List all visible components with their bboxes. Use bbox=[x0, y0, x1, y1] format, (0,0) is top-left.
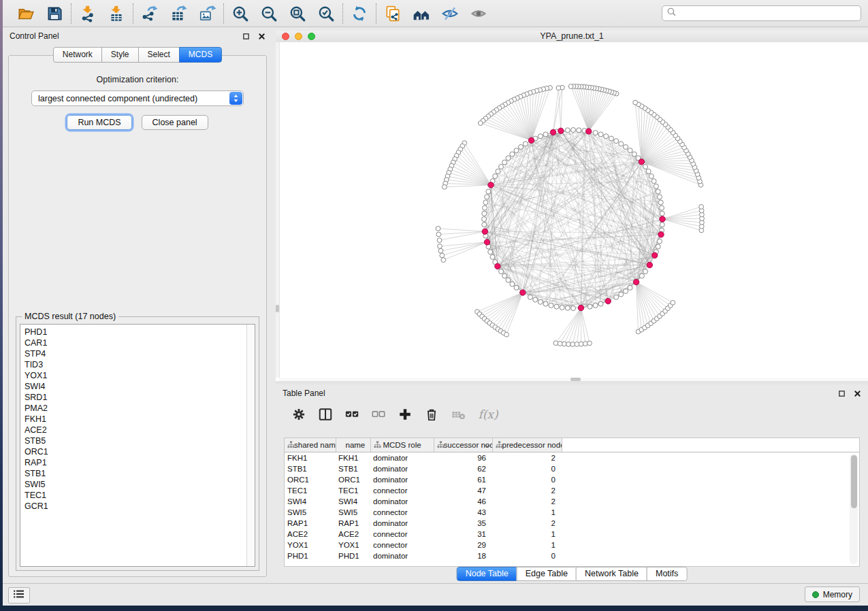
tab-style[interactable]: Style bbox=[101, 47, 139, 63]
zoom-in-button[interactable] bbox=[230, 3, 251, 24]
column-header-predecessor-nodes[interactable]: predecessor nodes bbox=[492, 438, 562, 452]
table-row[interactable]: PHD1PHD1dominator180 bbox=[285, 550, 859, 561]
mcds-list-scrollbar[interactable] bbox=[246, 325, 255, 566]
export-image-button[interactable] bbox=[197, 3, 217, 24]
table-row[interactable]: ORC1ORC1dominator610 bbox=[285, 474, 859, 485]
zoom-out-button[interactable] bbox=[259, 3, 279, 24]
mcds-result-item[interactable]: FKH1 bbox=[20, 414, 246, 425]
table-row[interactable]: YOX1YOX1connector291 bbox=[285, 540, 859, 550]
mcds-result-item[interactable]: ACE2 bbox=[20, 425, 246, 435]
network-window: YPA_prune.txt_1 bbox=[276, 31, 868, 381]
tab-select[interactable]: Select bbox=[138, 47, 180, 63]
mcds-result-item[interactable]: STP4 bbox=[20, 348, 246, 359]
split-columns-icon bbox=[318, 407, 333, 422]
node-table: shared namenameMCDS rolesuccessor nodesp… bbox=[284, 437, 860, 567]
table-scrollbar[interactable] bbox=[850, 454, 858, 564]
delete-table-button[interactable] bbox=[449, 405, 468, 424]
mcds-result-item[interactable]: RAP1 bbox=[20, 457, 246, 468]
run-mcds-button[interactable]: Run MCDS bbox=[67, 115, 131, 130]
tab-network[interactable]: Network bbox=[53, 47, 102, 63]
memory-button[interactable]: Memory bbox=[805, 587, 860, 602]
column-header-successor-nodes[interactable]: successor nodes bbox=[434, 438, 492, 452]
zoom-selected-icon bbox=[317, 5, 335, 22]
table-row[interactable]: RAP1RAP1dominator352 bbox=[285, 518, 859, 529]
float-table-panel-icon[interactable] bbox=[837, 389, 846, 397]
apply-function-button[interactable]: f(x) bbox=[475, 405, 501, 424]
network-canvas[interactable] bbox=[276, 42, 868, 381]
tab-network-table[interactable]: Network Table bbox=[576, 567, 647, 581]
search-input[interactable] bbox=[680, 8, 856, 19]
toolbar-group bbox=[343, 3, 376, 24]
network-vertical-scrollbar[interactable] bbox=[276, 42, 280, 378]
zoom-fit-button[interactable] bbox=[287, 3, 308, 24]
toolbar-group bbox=[71, 3, 133, 24]
tab-motifs[interactable]: Motifs bbox=[647, 567, 687, 581]
table-row[interactable]: ACE2ACE2connector311 bbox=[285, 529, 859, 540]
mcds-tab-content: Optimization criterion: largest connecte… bbox=[8, 55, 267, 577]
mcds-result-item[interactable]: STB5 bbox=[20, 435, 246, 446]
import-network-button[interactable] bbox=[78, 3, 98, 24]
zoom-selected-button[interactable] bbox=[316, 3, 336, 24]
right-column: YPA_prune.txt_1 Table Panel f(x) shared … bbox=[276, 27, 868, 584]
mcds-result-item[interactable]: TID3 bbox=[20, 359, 246, 370]
table-row[interactable]: FKH1FKH1dominator962 bbox=[285, 452, 859, 464]
mcds-result-item[interactable]: TEC1 bbox=[20, 490, 246, 501]
mcds-result-item[interactable]: PMA2 bbox=[20, 403, 246, 414]
column-header-shared-name[interactable]: shared name bbox=[285, 438, 336, 452]
column-header-name[interactable]: name bbox=[336, 438, 370, 452]
export-table-button[interactable] bbox=[168, 3, 189, 24]
export-network-button[interactable] bbox=[140, 3, 160, 24]
close-panel-button[interactable]: Close panel bbox=[142, 115, 208, 130]
export-table-icon bbox=[170, 5, 187, 22]
refresh-view-button[interactable] bbox=[349, 3, 370, 24]
tab-node-table[interactable]: Node Table bbox=[457, 567, 517, 581]
search-field bbox=[662, 5, 861, 21]
mcds-result-item[interactable]: CAR1 bbox=[20, 337, 246, 348]
control-panel-header: Control Panel bbox=[3, 27, 272, 44]
mcds-result-item[interactable]: YOX1 bbox=[20, 370, 246, 381]
mcds-result-item[interactable]: GCR1 bbox=[20, 501, 246, 512]
show-panels-button[interactable] bbox=[468, 3, 489, 24]
table-row[interactable]: SWI5SWI5connector431 bbox=[285, 507, 859, 518]
float-panel-icon[interactable] bbox=[242, 32, 250, 40]
table-row[interactable]: TEC1TEC1connector472 bbox=[285, 485, 859, 496]
settings-button[interactable] bbox=[289, 405, 308, 424]
delete-row-button[interactable] bbox=[422, 405, 441, 424]
tab-mcds[interactable]: MCDS bbox=[179, 47, 222, 63]
open-file-button[interactable] bbox=[16, 3, 36, 24]
import-table-button[interactable] bbox=[106, 3, 127, 24]
save-session-button[interactable] bbox=[44, 3, 65, 24]
mcds-result-item[interactable]: SRD1 bbox=[20, 392, 246, 403]
mcds-result-item[interactable]: ORC1 bbox=[20, 446, 246, 457]
shared-column-icon bbox=[496, 441, 503, 450]
table-panel: Table Panel f(x) shared namenameMCDS rol… bbox=[276, 384, 868, 584]
column-header-MCDS-role[interactable]: MCDS role bbox=[370, 438, 434, 452]
close-table-panel-icon[interactable] bbox=[853, 389, 861, 397]
clone-network-button[interactable] bbox=[383, 3, 403, 24]
add-row-button[interactable] bbox=[396, 405, 415, 424]
network-overview-button[interactable] bbox=[411, 3, 432, 24]
export-network-icon bbox=[141, 5, 159, 22]
zoom-in-icon bbox=[231, 5, 249, 22]
main-toolbar bbox=[3, 0, 868, 27]
close-panel-icon[interactable] bbox=[257, 32, 266, 40]
dropdown-stepper-icon bbox=[229, 92, 242, 105]
mcds-result-item[interactable]: SWI5 bbox=[20, 479, 246, 490]
mcds-result-item[interactable]: SWI4 bbox=[20, 381, 246, 392]
split-columns-button[interactable] bbox=[316, 405, 335, 424]
zoom-fit-icon bbox=[289, 5, 306, 22]
criterion-dropdown[interactable]: largest connected component (undirected) bbox=[31, 90, 244, 106]
deselect-all-button[interactable] bbox=[369, 405, 388, 424]
mcds-result-item[interactable]: PHD1 bbox=[20, 327, 246, 337]
tab-edge-table[interactable]: Edge Table bbox=[517, 567, 577, 581]
table-row[interactable]: SWI4SWI4dominator462 bbox=[285, 496, 859, 507]
optimization-criterion-label: Optimization criterion: bbox=[97, 75, 179, 84]
memory-label: Memory bbox=[823, 590, 852, 599]
table-row[interactable]: STB1STB1dominator620 bbox=[285, 463, 859, 474]
mcds-result-item[interactable]: STB1 bbox=[20, 468, 246, 479]
toolbar-group bbox=[10, 3, 71, 24]
toolbar-group bbox=[376, 3, 495, 24]
hide-panels-button[interactable] bbox=[440, 3, 460, 24]
status-menu-button[interactable] bbox=[8, 587, 30, 604]
select-all-button[interactable] bbox=[342, 405, 361, 424]
